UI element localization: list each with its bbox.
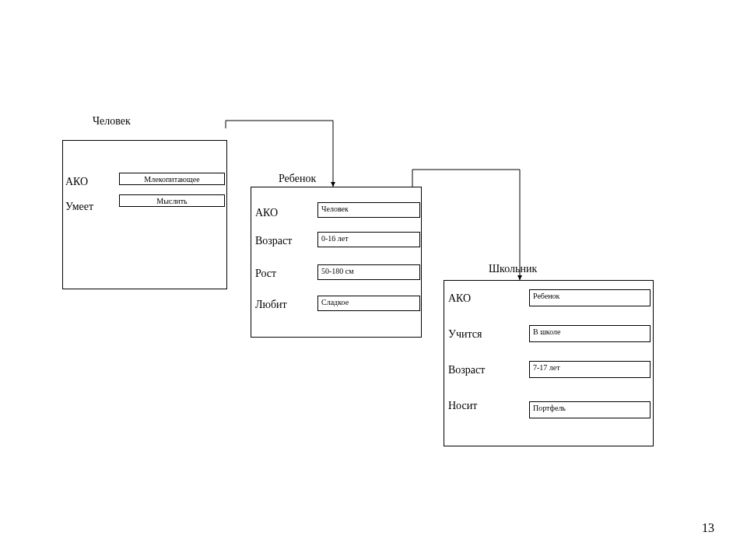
frame-box-human — [62, 140, 227, 289]
slot-label-school-carries: Носит — [448, 400, 477, 412]
slot-label-school-age: Возраст — [448, 364, 485, 376]
slot-value-child-height: 50-180 см — [317, 264, 420, 280]
slot-label-human-umeet: Умеет — [65, 201, 93, 213]
slot-value-school-carries: Портфель — [529, 401, 651, 418]
slot-value-human-umeet: Мыслить — [119, 194, 225, 207]
slot-value-child-loves: Сладкое — [317, 296, 420, 311]
page-number: 13 — [702, 521, 714, 535]
diagram-stage: Человек АКО Млекопитающее Умеет Мыслить … — [0, 0, 747, 560]
slot-label-school-studies: Учится — [448, 328, 482, 341]
slot-value-school-ako: Ребенок — [529, 289, 651, 306]
slot-value-human-ako: Млекопитающее — [119, 173, 225, 185]
slot-label-child-loves: Любит — [255, 299, 287, 311]
slot-value-school-studies: В школе — [529, 325, 651, 342]
frame-title-schoolkid: Школьник — [489, 263, 537, 275]
slot-label-school-ako: АКО — [448, 292, 471, 305]
slot-label-child-height: Рост — [255, 268, 276, 280]
slot-label-child-age: Возраст — [255, 235, 292, 247]
slot-value-child-age: 0-16 лет — [317, 232, 420, 247]
slot-label-child-ako: АКО — [255, 207, 278, 219]
slot-label-human-ako: АКО — [65, 176, 88, 188]
slot-value-child-ako: Человек — [317, 202, 420, 218]
frame-title-child: Ребенок — [279, 173, 316, 185]
slot-value-school-age: 7-17 лет — [529, 361, 651, 378]
frame-title-human: Человек — [93, 115, 131, 128]
